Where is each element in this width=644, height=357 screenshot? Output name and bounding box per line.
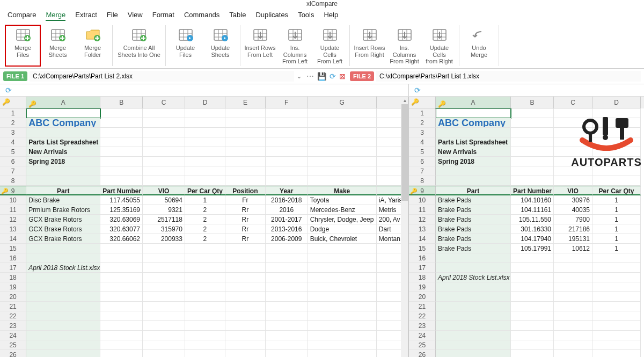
cell[interactable] — [100, 263, 143, 273]
cell[interactable] — [308, 128, 377, 137]
cell[interactable] — [592, 331, 641, 340]
row-header[interactable]: 2 — [0, 118, 26, 128]
row-header[interactable]: 16 — [0, 253, 26, 263]
cell[interactable] — [266, 244, 308, 253]
cell[interactable] — [26, 176, 100, 186]
ribbon-undo-merge[interactable]: UndoMerge — [462, 25, 496, 66]
cell[interactable] — [100, 331, 143, 340]
cell[interactable] — [225, 340, 266, 350]
row-header[interactable]: 23 — [409, 321, 436, 331]
ribbon-update-cells-from-left[interactable]: Update CellsFrom Left — [312, 25, 347, 66]
cell[interactable] — [143, 137, 185, 147]
cell[interactable]: GCX Brake Rotors — [26, 234, 100, 244]
cell[interactable]: April 2018 Stock List.xlsx — [436, 273, 511, 282]
cell[interactable] — [554, 273, 592, 282]
cell[interactable] — [266, 176, 308, 186]
cell[interactable] — [225, 292, 266, 302]
cell[interactable]: 105.11.550 — [511, 215, 554, 224]
ribbon-ins-columns-from-left[interactable]: Ins. ColumnsFrom Left — [277, 25, 312, 66]
cell[interactable] — [143, 302, 185, 311]
cell[interactable]: ABC Company — [26, 118, 100, 128]
cell[interactable] — [436, 302, 511, 311]
cell[interactable]: Brake Pads — [436, 205, 511, 215]
cell[interactable] — [266, 157, 308, 166]
cell[interactable] — [100, 244, 143, 253]
cell[interactable]: 1 — [592, 234, 641, 244]
cell[interactable]: 1 — [592, 244, 641, 253]
row-header[interactable]: 16 — [409, 253, 436, 263]
close-file-icon[interactable]: ⊠ — [339, 72, 346, 81]
cell[interactable]: 320.66062 — [100, 234, 143, 244]
cell[interactable] — [554, 263, 592, 273]
formula-input-right[interactable] — [425, 85, 641, 95]
cell[interactable] — [436, 166, 511, 176]
cell[interactable] — [100, 253, 143, 263]
ribbon-merge-sheets[interactable]: MergeSheets — [40, 25, 75, 66]
cell[interactable]: 2 — [185, 215, 225, 224]
cell[interactable] — [308, 302, 377, 311]
cell[interactable] — [26, 292, 100, 302]
cell[interactable]: 200933 — [143, 234, 185, 244]
scroll-up-icon[interactable]: ▴ — [401, 97, 408, 104]
cell[interactable] — [266, 166, 308, 176]
cell[interactable]: Fr — [225, 195, 266, 205]
cell[interactable]: 2016-2018 — [266, 195, 308, 205]
cell[interactable] — [185, 273, 225, 282]
cell[interactable]: 2 — [185, 205, 225, 215]
cell[interactable] — [185, 263, 225, 273]
cell[interactable] — [308, 350, 377, 357]
cell[interactable]: New Arrivals — [436, 147, 511, 157]
cell[interactable] — [266, 128, 308, 137]
cell[interactable]: 10612 — [554, 244, 592, 253]
row-header[interactable]: 23 — [0, 321, 26, 331]
row-header[interactable]: 12 — [409, 215, 436, 224]
cell[interactable] — [185, 321, 225, 331]
cell[interactable] — [436, 321, 511, 331]
cell[interactable] — [511, 147, 554, 157]
ribbon-update-sheets[interactable]: UpdateSheets — [203, 25, 238, 66]
row-header[interactable]: 14 — [0, 234, 26, 244]
cell[interactable] — [511, 331, 554, 340]
cell[interactable] — [308, 108, 377, 118]
cell[interactable] — [592, 253, 641, 263]
row-header[interactable]: 25 — [409, 340, 436, 350]
cell[interactable] — [554, 253, 592, 263]
cell[interactable] — [225, 244, 266, 253]
row-header[interactable]: 14 — [409, 234, 436, 244]
cell[interactable] — [511, 128, 554, 137]
refresh-icon[interactable]: ⟳ — [330, 72, 336, 81]
cell[interactable] — [266, 282, 308, 292]
row-header[interactable]: 25 — [0, 340, 26, 350]
cell[interactable] — [554, 176, 592, 186]
row-header[interactable]: 5 — [0, 147, 26, 157]
cell[interactable] — [143, 263, 185, 273]
cell[interactable] — [225, 157, 266, 166]
cell[interactable] — [225, 253, 266, 263]
cell[interactable] — [225, 350, 266, 357]
cell[interactable] — [26, 253, 100, 263]
cell[interactable]: 104.10160 — [511, 195, 554, 205]
cell[interactable]: 117.45055 — [100, 195, 143, 205]
cell[interactable] — [225, 263, 266, 273]
row-header[interactable]: 26 — [0, 350, 26, 357]
row-header[interactable]: 3 — [0, 128, 26, 137]
cell[interactable] — [592, 263, 641, 273]
cell[interactable] — [143, 166, 185, 176]
ribbon-insert-rows-from-left[interactable]: Insert RowsFrom Left — [243, 25, 277, 66]
row-header[interactable]: 13 — [409, 224, 436, 234]
cell[interactable] — [225, 331, 266, 340]
cell[interactable] — [225, 311, 266, 321]
cell[interactable] — [308, 340, 377, 350]
cell[interactable] — [511, 302, 554, 311]
cell[interactable] — [308, 147, 377, 157]
cell[interactable] — [185, 292, 225, 302]
cell[interactable] — [143, 176, 185, 186]
row-header[interactable]: 5 — [409, 147, 436, 157]
cell[interactable]: 125.35169 — [100, 205, 143, 215]
cell[interactable]: 1 — [592, 215, 641, 224]
cell[interactable] — [266, 273, 308, 282]
cell[interactable]: 2001-2017 — [266, 215, 308, 224]
cell[interactable] — [225, 282, 266, 292]
cell[interactable] — [100, 292, 143, 302]
cell[interactable] — [511, 292, 554, 302]
